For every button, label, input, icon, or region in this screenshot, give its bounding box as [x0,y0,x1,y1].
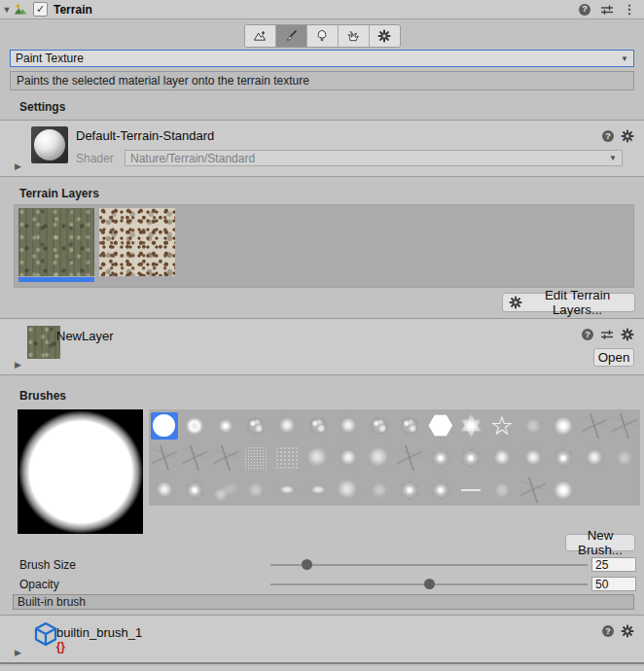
brush-size-value-field[interactable] [591,557,636,572]
new-brush-button[interactable]: New Brush... [565,534,635,551]
brush-thumbnail-13[interactable] [550,412,577,440]
brush-size-slider-handle[interactable] [302,559,312,570]
brush-thumbnail-3[interactable] [242,412,269,440]
brush-thumbnail-35[interactable] [242,477,269,504]
opacity-label: Opacity [19,578,59,591]
brush-thumbnail-1[interactable] [181,412,208,440]
brush-thumbnail-17[interactable] [181,444,208,472]
speckled-layer-thumbnail[interactable] [99,208,175,276]
brush-preview-blob [18,410,143,534]
brush-thumbnail-9[interactable] [427,412,454,440]
details-icon [346,29,360,43]
brush-shape [182,413,207,439]
brush-thumbnail-12[interactable] [519,412,547,440]
brush-thumbnail-43[interactable] [488,477,516,504]
brush-thumbnail-30[interactable] [581,444,608,472]
gear-icon [377,29,391,43]
gear-icon[interactable] [621,129,634,143]
brush-thumbnail-40[interactable] [396,477,423,504]
new-layer-foldout-icon[interactable]: ▶ [15,360,21,370]
brush-thumbnail-34[interactable] [212,477,239,504]
tool-button-terrain-settings[interactable] [369,25,400,47]
brush-size-slider[interactable] [270,564,588,566]
presets-icon[interactable] [600,3,614,17]
gear-icon[interactable] [621,624,634,638]
brush-thumbnail-23[interactable] [366,444,393,472]
builtin-brush-strip-label: Built-in brush [18,595,86,609]
brush-thumbnail-4[interactable] [273,412,301,440]
brush-shape [336,413,361,439]
brush-thumbnail-25[interactable] [427,444,454,472]
edit-terrain-layers-label: Edit Terrain Layers... [526,288,628,317]
brush-thumbnail-20[interactable] [273,444,301,472]
brush-thumbnail-15[interactable] [611,412,638,440]
shader-dropdown[interactable]: Nature/Terrain/Standard ▼ [125,150,623,166]
brush-thumbnail-2[interactable] [212,412,239,440]
open-button[interactable]: Open [593,348,634,367]
help-icon[interactable]: ? [578,3,591,17]
brush-thumbnail-11[interactable]: ☆ [488,412,516,440]
brush-thumbnail-8[interactable] [396,412,423,440]
brush-thumbnail-7[interactable] [366,412,393,440]
brush-thumbnail-16[interactable] [151,444,178,472]
brush-thumbnail-38[interactable] [335,477,362,504]
brush-thumbnail-24[interactable] [396,444,423,472]
brush-thumbnail-39[interactable] [366,477,393,504]
brush-thumbnail-33[interactable] [181,477,208,504]
brush-thumbnail-28[interactable] [519,444,547,472]
tool-button-paint-details[interactable] [338,25,369,47]
brush-thumbnail-29[interactable] [550,444,577,472]
brush-thumbnail-18[interactable] [212,444,239,472]
brush-thumbnail-26[interactable] [457,444,484,472]
brush-thumbnail-21[interactable] [304,444,332,472]
opacity-slider[interactable] [270,583,588,585]
tool-button-paint-trees[interactable] [306,25,338,47]
brush-thumbnail-44[interactable] [519,477,547,504]
paint-mode-value: Paint Texture [16,52,84,65]
component-enabled-checkbox[interactable]: ✓ [33,2,48,17]
opacity-slider-handle[interactable] [424,579,435,589]
brush-thumbnail-42[interactable] [457,477,484,504]
tool-button-create-neighbor-terrains[interactable] [245,25,275,47]
brush-shape [551,413,576,439]
material-header-box[interactable]: Default-Terrain-Standard ? Shader Nature… [0,120,644,177]
tool-button-paint-terrain[interactable] [275,25,306,47]
brush-thumbnail-31[interactable] [611,444,638,472]
component-foldout-icon[interactable]: ▼ [0,5,14,15]
brush-thumbnail-14[interactable] [581,412,608,440]
gear-icon[interactable] [621,328,634,341]
brush-preview [18,409,143,534]
brush-thumbnail-41[interactable] [427,477,454,504]
brush-shape [182,477,207,503]
new-layer-header-box[interactable]: NewLayer ? Open ▶ [0,318,644,375]
grass-layer-thumbnail[interactable] [18,208,94,282]
builtin-brush-header-box[interactable]: {} builtin_brush_1 ? ▶ [0,615,644,664]
brush-thumbnail-19[interactable] [242,444,269,472]
edit-terrain-layers-button[interactable]: Edit Terrain Layers... [502,293,635,312]
brush-thumbnail-37[interactable] [304,477,332,504]
brush-shape [489,477,515,503]
shader-label: Shader [76,152,114,165]
paint-mode-dropdown[interactable]: Paint Texture ▼ [10,50,634,67]
builtin-brush-name: builtin_brush_1 [56,625,142,640]
brush-thumbnail-22[interactable] [335,444,362,472]
help-icon[interactable]: ? [602,130,614,142]
brush-thumbnail-5[interactable] [304,412,332,440]
brush-thumbnail-45[interactable] [550,477,577,504]
chevron-down-icon: ▼ [609,154,617,162]
brush-shape [213,445,238,471]
more-menu-icon[interactable]: ⋮ [623,3,636,17]
brush-thumbnail-0[interactable] [151,412,178,440]
brush-thumbnail-36[interactable] [273,477,301,504]
builtin-brush-foldout-icon[interactable]: ▶ [15,648,21,657]
help-icon[interactable]: ? [582,329,593,340]
new-layer-name: NewLayer [56,329,114,343]
brush-thumbnail-32[interactable] [151,477,178,504]
opacity-value-field[interactable] [591,577,636,591]
brush-thumbnail-6[interactable] [335,412,362,440]
help-icon[interactable]: ? [602,625,614,637]
brush-thumbnail-10[interactable] [457,412,484,440]
presets-icon[interactable] [600,328,614,341]
brush-thumbnail-27[interactable] [488,444,516,472]
material-foldout-icon[interactable]: ▶ [15,161,21,171]
